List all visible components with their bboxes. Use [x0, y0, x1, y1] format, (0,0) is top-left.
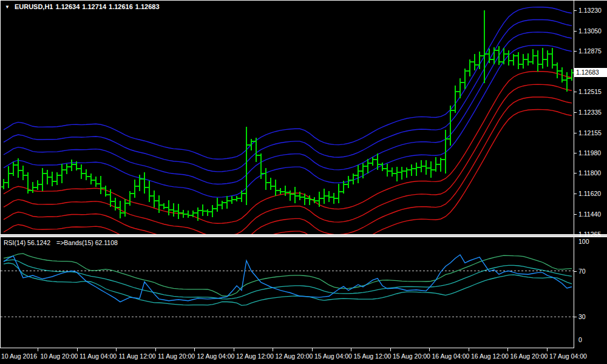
rsi-axis-label: 70 [578, 268, 586, 275]
price-axis-tick [574, 153, 577, 153]
time-axis-tick [116, 348, 117, 351]
price-axis-label: 1.12155 [578, 129, 602, 136]
price-axis-label: 1.12335 [578, 109, 602, 116]
time-axis-tick [547, 348, 548, 351]
price-axis-tick [574, 214, 577, 215]
price-axis-tick [574, 10, 577, 11]
time-axis-label: 10 Aug 2016 [1, 352, 37, 360]
price-axis-label: 1.12515 [578, 88, 602, 95]
price-axis-tick [574, 234, 577, 235]
time-axis-label: 17 Aug 04:00 [549, 352, 587, 360]
time-axis-label: 15 Aug 04:00 [314, 352, 352, 360]
time-axis-label: 12 Aug 20:00 [276, 352, 313, 360]
time-axis-tick [155, 348, 156, 351]
time-axis-label: 11 Aug 04:00 [80, 352, 117, 360]
rsi-chart-canvas[interactable] [1, 237, 574, 348]
price-axis-label: 1.11440 [578, 211, 601, 218]
time-axis-label: 11 Aug 12:00 [119, 352, 156, 360]
price-axis-tick [574, 112, 577, 113]
time-axis-tick [38, 348, 38, 351]
price-chart-canvas[interactable] [1, 1, 574, 234]
left-border [0, 0, 1, 348]
price-axis-tick [574, 173, 577, 174]
bands-value-label: =>Bands(15) 62.1108 [56, 239, 118, 246]
panel-separator[interactable] [0, 234, 607, 237]
price-axis-tick [574, 194, 577, 194]
indicator-label: RSI(14) 56.1242=>Bands(15) 62.1108 [4, 239, 124, 246]
time-axis-tick [351, 348, 351, 351]
price-axis-label: 1.13230 [578, 7, 602, 14]
chart-window: ▼EURUSD,H11.126341.127141.126161.12683 R… [0, 0, 607, 364]
chevron-down-icon[interactable]: ▼ [5, 4, 10, 10]
time-axis-label: 10 Aug 20:00 [41, 352, 78, 360]
open-value: 1.12634 [56, 3, 80, 10]
time-axis-tick [234, 348, 234, 351]
time-axis-tick [429, 348, 430, 351]
time-axis-tick [312, 348, 313, 351]
close-value: 1.12683 [135, 3, 160, 10]
price-axis-label: 1.13050 [578, 27, 602, 35]
price-axis-tick [574, 51, 577, 52]
time-axis-tick [390, 348, 391, 351]
rsi-axis-tick [574, 271, 577, 272]
rsi-axis-label: 100 [578, 238, 589, 245]
current-price-tag: 1.12683 [574, 68, 607, 77]
rsi-axis-label: 0 [578, 336, 582, 343]
rsi-value-label: RSI(14) 56.1242 [4, 239, 50, 246]
price-axis-label: 1.11265 [578, 231, 601, 238]
time-axis-tick [507, 348, 508, 351]
rsi-axis-tick [574, 317, 577, 317]
price-axis-label: 1.12875 [578, 47, 602, 55]
price-axis-tick [574, 92, 577, 92]
chart-title: ▼EURUSD,H11.126341.127141.126161.12683 [5, 3, 162, 10]
time-axis-tick [77, 348, 78, 351]
time-axis-tick [273, 348, 273, 351]
top-border [0, 0, 607, 1]
high-value: 1.12714 [82, 3, 106, 10]
time-axis-label: 12 Aug 04:00 [197, 352, 235, 360]
price-axis-tick [574, 31, 577, 32]
time-axis-line [0, 348, 574, 348]
price-axis-line [574, 0, 574, 348]
price-axis-label: 1.11620 [578, 190, 601, 197]
time-axis-tick [194, 348, 195, 351]
time-axis-label: 15 Aug 12:00 [354, 352, 392, 360]
time-axis-label: 12 Aug 12:00 [236, 352, 274, 360]
time-axis-label: 16 Aug 04:00 [432, 352, 470, 360]
time-axis-label: 11 Aug 20:00 [158, 352, 195, 360]
time-axis-tick [469, 348, 469, 351]
price-axis-tick [574, 133, 577, 133]
low-value: 1.12616 [109, 3, 133, 10]
time-axis-label: 16 Aug 12:00 [471, 352, 509, 360]
time-axis-label: 16 Aug 20:00 [510, 352, 548, 360]
symbol-period-label: EURUSD,H1 [15, 3, 53, 10]
price-axis-label: 1.11980 [578, 149, 601, 157]
time-axis-label: 15 Aug 20:00 [393, 352, 430, 360]
rsi-axis-label: 30 [578, 313, 586, 320]
price-axis-label: 1.11800 [578, 169, 601, 177]
